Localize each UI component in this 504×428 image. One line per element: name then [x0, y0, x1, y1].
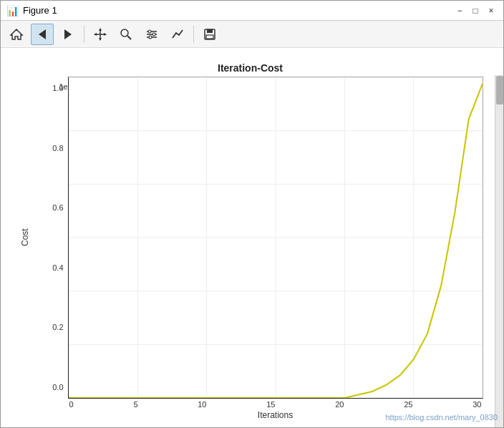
close-button[interactable]: × — [485, 4, 498, 17]
zoom-icon — [119, 27, 133, 42]
x-tick-20: 20 — [335, 400, 344, 409]
zoom-button[interactable] — [115, 24, 137, 45]
forward-button[interactable] — [57, 24, 79, 45]
maximize-button[interactable]: □ — [469, 4, 482, 17]
svg-point-9 — [121, 29, 128, 37]
svg-line-10 — [127, 36, 131, 39]
y-tick-04: 0.4 — [52, 263, 63, 272]
watermark: https://blog.csdn.net/mary_0830 — [385, 413, 498, 422]
svg-rect-19 — [206, 35, 213, 39]
x-tick-15: 15 — [266, 400, 275, 409]
toolbar — [1, 21, 503, 48]
window-controls: − □ × — [453, 4, 498, 17]
y-tick-06: 0.6 — [52, 203, 63, 212]
y-axis-label: Cost — [18, 77, 32, 399]
title-bar: 📊 Figure 1 − □ × — [1, 1, 503, 21]
save-button[interactable] — [198, 24, 221, 45]
y-tick-08: 0.8 — [52, 144, 63, 152]
edit-axes-button[interactable] — [166, 24, 189, 45]
svg-marker-0 — [11, 29, 22, 39]
x-tick-5: 5 — [133, 400, 137, 409]
window-icon: 📊 — [6, 5, 19, 16]
chart-canvas — [68, 77, 483, 399]
svg-marker-2 — [64, 29, 72, 39]
svg-point-15 — [152, 33, 155, 36]
svg-rect-18 — [207, 29, 213, 33]
edit-axes-icon — [170, 27, 185, 42]
home-button[interactable] — [5, 24, 28, 45]
svg-marker-7 — [94, 33, 97, 36]
configure-button[interactable] — [140, 24, 163, 45]
plot-inner: Cost 1.0 0.8 0.6 0.4 0.2 0.0 — [18, 77, 483, 399]
save-icon — [203, 27, 217, 42]
minimize-button[interactable]: − — [453, 4, 466, 17]
x-tick-10: 10 — [198, 400, 206, 409]
home-icon — [9, 27, 24, 42]
svg-marker-8 — [104, 33, 107, 36]
x-tick-0: 0 — [69, 400, 74, 409]
svg-marker-1 — [39, 29, 46, 39]
x-axis-label: Iterations — [258, 410, 293, 420]
y-ticks-area: 1.0 0.8 0.6 0.4 0.2 0.0 — [32, 77, 68, 399]
toolbar-separator-2 — [193, 26, 194, 43]
back-icon — [35, 27, 49, 42]
title-left: 📊 Figure 1 — [6, 5, 57, 16]
main-window: 📊 Figure 1 − □ × — [0, 0, 504, 428]
svg-point-14 — [148, 30, 151, 33]
toolbar-separator-1 — [84, 26, 84, 43]
pan-button[interactable] — [89, 24, 112, 45]
y-tick-10: 1.0 — [52, 84, 63, 92]
right-scrollbar[interactable] — [495, 75, 503, 427]
back-button[interactable] — [31, 24, 54, 45]
y-tick-00: 0.0 — [52, 383, 63, 391]
chart-area: Iteration-Cost 1e300 Cost 1.0 0.8 0.6 0.… — [1, 48, 503, 427]
plot-container: Iteration-Cost 1e300 Cost 1.0 0.8 0.6 0.… — [18, 62, 483, 413]
plot-svg — [69, 77, 483, 398]
scrollbar-thumb[interactable] — [496, 76, 503, 104]
x-ticks-row: 0 5 10 15 20 25 30 — [68, 400, 483, 409]
pan-icon — [93, 27, 107, 42]
forward-icon — [61, 27, 75, 42]
svg-marker-5 — [99, 28, 102, 31]
y-tick-02: 0.2 — [52, 323, 63, 331]
svg-point-16 — [149, 36, 152, 39]
svg-marker-6 — [99, 38, 102, 41]
x-tick-25: 25 — [404, 400, 412, 409]
configure-icon — [145, 27, 159, 42]
x-tick-30: 30 — [472, 400, 481, 409]
window-title: Figure 1 — [23, 5, 57, 16]
plot-title: Iteration-Cost — [18, 62, 483, 74]
